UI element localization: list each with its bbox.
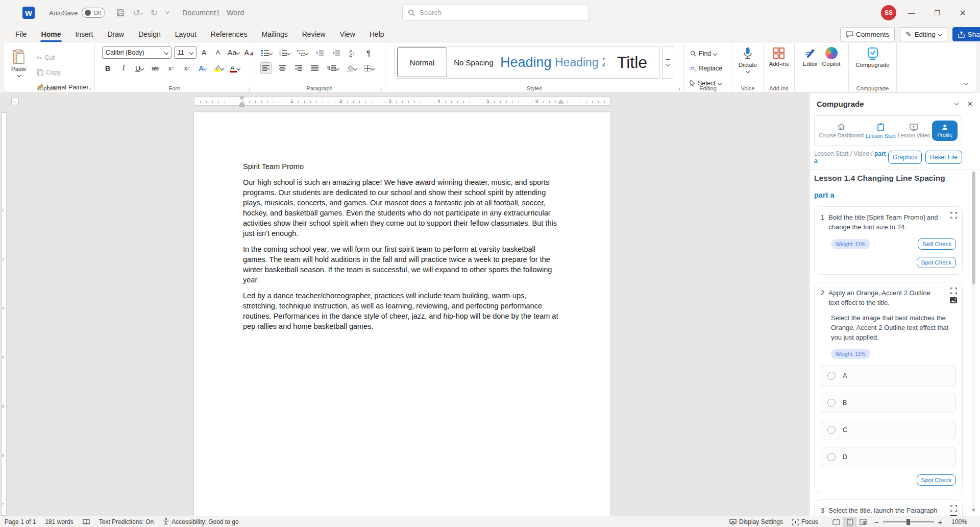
panel-collapse-chevron[interactable]: [955, 100, 958, 108]
find-button[interactable]: Find: [690, 48, 732, 59]
zoom-in-button[interactable]: +: [938, 516, 947, 527]
zoom-slider-thumb[interactable]: [906, 519, 910, 525]
indent-markers[interactable]: [239, 95, 244, 108]
doc-paragraph-1[interactable]: Our high school is such an amazing place…: [243, 177, 561, 238]
align-center-button[interactable]: [277, 62, 288, 74]
bold-button[interactable]: B: [102, 62, 113, 74]
replace-button[interactable]: ⇄bReplace: [690, 63, 732, 74]
expand-icon[interactable]: [950, 288, 957, 294]
style-title[interactable]: Title: [607, 47, 657, 77]
tab-home[interactable]: Home: [34, 27, 68, 41]
breadcrumb-lesson-start[interactable]: Lesson Start: [814, 150, 848, 157]
underline-button[interactable]: U: [134, 62, 145, 74]
compugrade-ribbon-button[interactable]: Compugrade: [849, 43, 896, 68]
skill-check-button[interactable]: Skill Check: [918, 238, 956, 250]
autosave-toggle[interactable]: Off: [82, 8, 105, 18]
redo-icon[interactable]: ↻: [151, 8, 158, 18]
nav-lesson-start[interactable]: Lesson Start: [866, 123, 896, 139]
scroll-down-arrow[interactable]: ▼: [971, 508, 976, 513]
undo-icon[interactable]: ↺: [133, 8, 142, 18]
read-mode-button[interactable]: [830, 517, 843, 527]
tab-selector[interactable]: ∟: [11, 98, 19, 105]
tab-review[interactable]: Review: [295, 27, 333, 41]
right-indent-marker[interactable]: [558, 100, 564, 106]
option-c[interactable]: C: [821, 420, 956, 440]
copy-button[interactable]: Copy: [37, 67, 89, 78]
save-icon[interactable]: [116, 9, 125, 17]
word-count[interactable]: 181 words: [40, 516, 78, 527]
dictate-button[interactable]: Dictate: [732, 43, 763, 73]
minimize-button[interactable]: —: [901, 3, 922, 23]
shrink-font-button[interactable]: Aˇ: [213, 47, 224, 59]
share-button[interactable]: Share: [952, 27, 980, 41]
increase-indent-button[interactable]: [330, 47, 341, 59]
style-normal[interactable]: Normal: [397, 47, 447, 77]
font-color-button[interactable]: A: [229, 62, 241, 74]
clipboard-dialog-launcher[interactable]: ⌟: [89, 85, 91, 91]
spot-check-button[interactable]: Spot Check: [917, 257, 956, 268]
reset-file-button[interactable]: Reset File: [925, 151, 962, 164]
line-spacing-button[interactable]: ⇅: [326, 62, 340, 74]
paragraph-dialog-launcher[interactable]: ⌟: [379, 85, 382, 91]
cut-button[interactable]: ✂Cut: [37, 52, 89, 63]
expand-icon[interactable]: [950, 212, 957, 219]
print-layout-button[interactable]: [843, 517, 856, 527]
strikethrough-button[interactable]: ab: [150, 62, 161, 74]
editor-button[interactable]: Editor: [803, 43, 818, 67]
tab-mailings[interactable]: Mailings: [254, 27, 295, 41]
font-size-combobox[interactable]: 11: [174, 46, 197, 59]
radio-icon[interactable]: [827, 453, 836, 461]
bullets-button[interactable]: [260, 47, 273, 59]
panel-scrollbar[interactable]: [972, 170, 975, 511]
tab-design[interactable]: Design: [131, 27, 168, 41]
tab-help[interactable]: Help: [362, 27, 391, 41]
collapse-ribbon-chevron[interactable]: [965, 79, 968, 88]
tab-view[interactable]: View: [333, 27, 362, 41]
option-b[interactable]: B: [821, 393, 956, 413]
panel-content[interactable]: Lesson 1.4 Changing Line Spacing part a …: [810, 169, 980, 516]
subscript-button[interactable]: x2: [165, 62, 177, 74]
justify-button[interactable]: [309, 62, 321, 74]
superscript-button[interactable]: x2: [181, 62, 192, 74]
close-button[interactable]: ✕: [952, 3, 973, 23]
italic-button[interactable]: I: [118, 62, 129, 74]
clear-formatting-button[interactable]: A◢: [243, 47, 254, 59]
nav-profile[interactable]: Profile: [932, 121, 958, 141]
font-name-combobox[interactable]: Calibri (Body): [102, 46, 172, 59]
display-settings-button[interactable]: Display Settings: [725, 516, 788, 527]
sort-button[interactable]: AZ↓: [347, 47, 358, 59]
graphics-button[interactable]: Graphics: [888, 151, 922, 164]
restore-button[interactable]: ❐: [927, 3, 947, 23]
spot-check-button[interactable]: Spot Check: [917, 474, 956, 486]
tab-references[interactable]: References: [204, 27, 255, 41]
grow-font-button[interactable]: Aˆ: [199, 47, 210, 59]
font-dialog-launcher[interactable]: ⌟: [248, 85, 251, 91]
tab-insert[interactable]: Insert: [68, 27, 100, 41]
breadcrumb-video[interactable]: Video: [853, 150, 869, 157]
highlight-color-button[interactable]: [213, 62, 225, 74]
decrease-indent-button[interactable]: [314, 47, 325, 59]
style-heading1[interactable]: Heading 1: [500, 47, 553, 77]
styles-dialog-launcher[interactable]: ⌟: [678, 85, 680, 91]
vertical-ruler[interactable]: 1 2 3 4 5 6 7: [0, 93, 8, 516]
multilevel-list-button[interactable]: [296, 47, 309, 59]
horizontal-ruler[interactable]: ∟ 1 2 3 4 5 6: [8, 95, 804, 107]
comments-button[interactable]: Comments: [840, 27, 895, 41]
doc-paragraph-2[interactable]: In the coming school year, we will form …: [243, 244, 561, 285]
paste-button[interactable]: Paste: [11, 45, 26, 77]
tab-file[interactable]: File: [8, 27, 34, 41]
nav-lesson-video[interactable]: Lesson Video: [898, 124, 930, 138]
expand-icon[interactable]: [950, 505, 957, 512]
proofing-icon[interactable]: [78, 516, 94, 527]
document-page[interactable]: Spirit Team Promo Our high school is suc…: [194, 112, 610, 516]
pilcrow-button[interactable]: ¶: [363, 47, 374, 59]
doc-title-paragraph[interactable]: Spirit Team Promo: [243, 161, 561, 172]
style-heading2[interactable]: Heading 2: [555, 47, 605, 77]
tab-draw[interactable]: Draw: [100, 27, 131, 41]
qat-more-icon[interactable]: [166, 10, 169, 16]
numbering-button[interactable]: 123: [278, 47, 291, 59]
align-left-button[interactable]: [260, 62, 272, 74]
zoom-out-button[interactable]: −: [870, 516, 879, 527]
web-layout-button[interactable]: [856, 517, 870, 527]
zoom-level[interactable]: 100%: [947, 516, 972, 527]
